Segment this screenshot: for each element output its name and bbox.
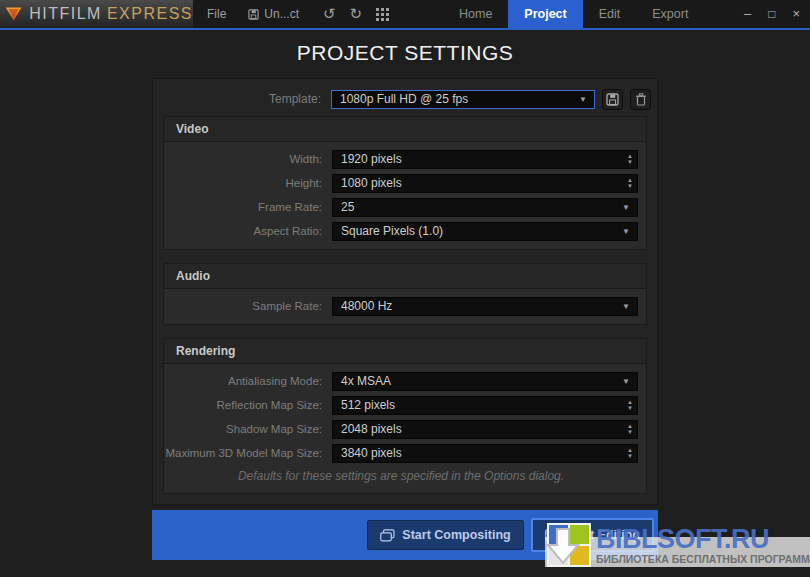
minimize-icon[interactable]: – (744, 0, 751, 28)
video-section-header: Video (164, 117, 646, 142)
window-controls: – □ × (744, 0, 800, 28)
panels-grid-button[interactable] (376, 8, 389, 21)
audio-section-header: Audio (164, 264, 646, 289)
frame-rate-label: Frame Rate: (164, 201, 332, 213)
width-input[interactable]: 1920 pixels ▲▼ (332, 150, 638, 169)
floppy-icon (606, 93, 619, 106)
file-menu[interactable]: File (207, 7, 226, 21)
sample-rate-row: Sample Rate: 48000 Hz ▼ (164, 294, 638, 318)
project-settings-panel: Template: 1080p Full HD @ 25 fps ▼ (152, 78, 658, 505)
rendering-section: Rendering Antialiasing Mode: 4x MSAA ▼ R… (163, 338, 647, 494)
tab-project[interactable]: Project (508, 0, 582, 28)
antialiasing-label: Antialiasing Mode: (164, 375, 332, 387)
height-stepper[interactable]: ▲▼ (627, 177, 633, 189)
sample-rate-label: Sample Rate: (164, 300, 332, 312)
aspect-ratio-label: Aspect Ratio: (164, 225, 332, 237)
template-select[interactable]: 1080p Full HD @ 25 fps ▼ (331, 90, 595, 109)
shadow-map-value: 2048 pixels (341, 422, 402, 436)
close-icon[interactable]: × (792, 0, 800, 28)
max-3d-model-map-label: Maximum 3D Model Map Size: (164, 447, 332, 459)
project-screen: PROJECT SETTINGS Template: 1080p Full HD… (0, 30, 810, 577)
floppy-icon (248, 9, 259, 20)
antialiasing-value: 4x MSAA (341, 374, 391, 388)
frame-rate-select[interactable]: 25 ▼ (332, 198, 638, 217)
height-label: Height: (164, 177, 332, 189)
chevron-down-icon: ▼ (579, 95, 587, 104)
shadow-map-row: Shadow Map Size: 2048 pixels ▲▼ (164, 417, 638, 441)
width-stepper[interactable]: ▲▼ (627, 153, 633, 165)
chevron-down-icon: ▼ (622, 203, 630, 212)
width-value: 1920 pixels (341, 152, 402, 166)
reflection-map-row: Reflection Map Size: 512 pixels ▲▼ (164, 393, 638, 417)
workspace-tabs: Home Project Edit Export (443, 0, 704, 28)
save-project-button[interactable]: Un...ct (248, 7, 299, 21)
frame-rate-row: Frame Rate: 25 ▼ (164, 195, 638, 219)
titlebar: HITFILMEXPRESS File Un...ct ↺ ↻ (0, 0, 810, 28)
save-template-button[interactable] (602, 89, 623, 110)
app-title: HITFILMEXPRESS (29, 5, 193, 23)
start-compositing-label: Start Compositing (402, 528, 510, 542)
start-compositing-button[interactable]: Start Compositing (367, 520, 523, 550)
shadow-map-input[interactable]: 2048 pixels ▲▼ (332, 420, 638, 439)
undo-button[interactable]: ↺ (323, 0, 336, 28)
rendering-section-header: Rendering (164, 339, 646, 364)
watermark-site: BIBLSOFT.RU (596, 526, 810, 553)
antialiasing-select[interactable]: 4x MSAA ▼ (332, 372, 638, 391)
delete-template-button[interactable] (630, 89, 651, 110)
max-3d-model-map-input[interactable]: 3840 pixels ▲▼ (332, 444, 638, 463)
defaults-note: Defaults for these settings are specifie… (164, 465, 638, 487)
page-title: PROJECT SETTINGS (0, 30, 810, 65)
max-3d-model-map-row: Maximum 3D Model Map Size: 3840 pixels ▲… (164, 441, 638, 465)
shadow-map-label: Shadow Map Size: (164, 423, 332, 435)
layers-icon (380, 529, 395, 542)
aspect-ratio-value: Square Pixels (1.0) (341, 224, 443, 238)
sample-rate-value: 48000 Hz (341, 299, 392, 313)
antialiasing-row: Antialiasing Mode: 4x MSAA ▼ (164, 369, 638, 393)
reflection-map-input[interactable]: 512 pixels ▲▼ (332, 396, 638, 415)
redo-button[interactable]: ↻ (350, 0, 363, 28)
template-value: 1080p Full HD @ 25 fps (340, 92, 468, 106)
template-row: Template: 1080p Full HD @ 25 fps ▼ (153, 82, 657, 116)
download-arrow-icon (545, 527, 585, 567)
tab-home[interactable]: Home (443, 0, 508, 28)
height-row: Height: 1080 pixels ▲▼ (164, 171, 638, 195)
template-label: Template: (153, 92, 331, 106)
quick-toolbar: File Un...ct ↺ ↻ (207, 0, 389, 28)
chevron-down-icon: ▼ (622, 227, 630, 236)
hitfilm-window: HITFILMEXPRESS File Un...ct ↺ ↻ (0, 0, 810, 577)
aspect-ratio-row: Aspect Ratio: Square Pixels (1.0) ▼ (164, 219, 638, 243)
tab-export[interactable]: Export (636, 0, 704, 28)
app-logo: HITFILMEXPRESS (0, 0, 193, 28)
sample-rate-select[interactable]: 48000 Hz ▼ (332, 297, 638, 316)
video-section: Video Width: 1920 pixels ▲▼ Height: 1080… (163, 116, 647, 250)
watermark-tagline: БИБЛИОТЕКА БЕСПЛАТНЫХ ПРОГРАММ (596, 553, 810, 565)
frame-rate-value: 25 (341, 200, 354, 214)
audio-section: Audio Sample Rate: 48000 Hz ▼ (163, 263, 647, 325)
shadow-map-stepper[interactable]: ▲▼ (627, 423, 633, 435)
reflection-map-label: Reflection Map Size: (164, 399, 332, 411)
hitfilm-triangle-icon (5, 4, 22, 24)
width-row: Width: 1920 pixels ▲▼ (164, 147, 638, 171)
grid-icon (376, 8, 389, 21)
reflection-map-stepper[interactable]: ▲▼ (627, 399, 633, 411)
reflection-map-value: 512 pixels (341, 398, 395, 412)
height-value: 1080 pixels (341, 176, 402, 190)
max-3d-model-map-value: 3840 pixels (341, 446, 402, 460)
width-label: Width: (164, 153, 332, 165)
maximize-icon[interactable]: □ (768, 0, 775, 28)
watermark-text: BIBLSOFT.RU БИБЛИОТЕКА БЕСПЛАТНЫХ ПРОГРА… (596, 526, 810, 565)
watermark: BIBLSOFT.RU БИБЛИОТЕКА БЕСПЛАТНЫХ ПРОГРА… (545, 522, 810, 572)
height-input[interactable]: 1080 pixels ▲▼ (332, 174, 638, 193)
aspect-ratio-select[interactable]: Square Pixels (1.0) ▼ (332, 222, 638, 241)
max-3d-model-map-stepper[interactable]: ▲▼ (627, 447, 633, 459)
trash-icon (635, 93, 647, 106)
chevron-down-icon: ▼ (622, 377, 630, 386)
tab-edit[interactable]: Edit (583, 0, 637, 28)
chevron-down-icon: ▼ (622, 302, 630, 311)
